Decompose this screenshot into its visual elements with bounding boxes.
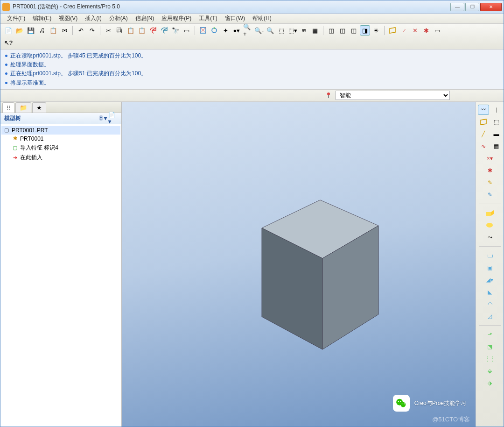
filter-select[interactable]: 智能: [336, 91, 450, 100]
message-text: 处理界面数据。: [10, 60, 49, 69]
enhance-icon[interactable]: ☀: [371, 25, 381, 36]
layers-icon[interactable]: ≋: [299, 25, 309, 36]
redo-icon[interactable]: ↷: [87, 25, 97, 36]
svg-point-10: [398, 401, 399, 402]
rib-icon[interactable]: ◢▾: [484, 275, 496, 285]
pattern-icon[interactable]: ⋮⋮: [484, 354, 496, 364]
axis-icon[interactable]: ⟋: [399, 25, 409, 36]
trim-icon[interactable]: ⬔: [484, 342, 496, 352]
plane-tool-icon[interactable]: [478, 117, 489, 127]
menu-insert[interactable]: 插入(I): [81, 14, 105, 23]
minimize-button[interactable]: —: [450, 3, 464, 11]
graphics-viewport[interactable]: Creo与Proe技能学习 @51CTO博客: [122, 102, 476, 427]
offset-icon[interactable]: ⬚: [491, 117, 502, 127]
revolve-icon[interactable]: [484, 220, 496, 230]
model-tree[interactable]: ▢ PRT0001.PRT ✱ PRT0001 ▢ 导入特征 标识4 ➔ 在此插…: [0, 124, 121, 427]
curve-icon[interactable]: ∿: [478, 141, 489, 151]
saved-view-icon[interactable]: ⬚▾: [287, 25, 298, 36]
grid-icon[interactable]: ▦: [491, 141, 502, 151]
mirror-icon[interactable]: ⟊: [491, 105, 502, 115]
separator: [323, 26, 323, 35]
layer-icon[interactable]: [198, 25, 208, 36]
tab-model-tree[interactable]: ⁝⁝: [2, 102, 14, 113]
menu-analysis[interactable]: 分析(A): [105, 14, 132, 23]
svg-rect-4: [328, 95, 329, 98]
annot-icon[interactable]: ▭: [432, 25, 442, 36]
csys-icon[interactable]: ✱: [421, 25, 431, 36]
point-icon[interactable]: ✕: [410, 25, 420, 36]
titlebar[interactable]: PRT0001 (活动的) - Creo Elements/Pro 5.0 — …: [0, 0, 504, 14]
axis-tool-icon[interactable]: ╱: [478, 129, 489, 139]
style-icon[interactable]: ✎: [484, 190, 496, 200]
undo-icon[interactable]: ↶: [76, 25, 86, 36]
extend-icon[interactable]: ⬏: [484, 329, 496, 340]
wireframe-icon[interactable]: ◫: [326, 25, 336, 36]
chamfer-icon[interactable]: ◿: [484, 311, 496, 321]
shell-icon[interactable]: ▣: [484, 263, 496, 273]
maximize-button[interactable]: ❐: [465, 3, 479, 11]
tree-node[interactable]: ➔ 在此插入: [1, 153, 120, 163]
copy2-icon[interactable]: ⿻: [114, 25, 125, 36]
paste-icon[interactable]: 📋: [126, 25, 136, 36]
sketch-line-icon[interactable]: 〰: [478, 105, 489, 115]
help-icon[interactable]: ↖?: [3, 37, 14, 48]
zoomout-icon[interactable]: 🔍-: [254, 25, 264, 36]
close-button[interactable]: ✕: [480, 3, 502, 11]
orient-icon[interactable]: ⬚: [276, 25, 287, 36]
pin-icon[interactable]: [326, 92, 331, 99]
show-icon[interactable]: 📄▾: [108, 114, 118, 122]
tree-node[interactable]: ▢ 导入特征 标识4: [1, 143, 120, 153]
cube-model[interactable]: [248, 181, 388, 354]
zoomin-icon[interactable]: 🔍+: [243, 25, 253, 36]
csys-tool-icon[interactable]: ✱: [484, 165, 496, 176]
regen2-icon[interactable]: [159, 25, 169, 36]
sweep-icon[interactable]: ⤳: [484, 232, 496, 242]
hidden-icon[interactable]: ◫: [337, 25, 348, 36]
select-icon[interactable]: ▭: [182, 25, 192, 36]
refit-icon[interactable]: 🔍: [265, 25, 275, 36]
mail-icon[interactable]: ✉: [59, 25, 70, 36]
tab-favorites[interactable]: ★: [32, 102, 46, 113]
menu-help[interactable]: 帮助(H): [249, 14, 275, 23]
regen-icon[interactable]: [148, 25, 158, 36]
point-tool-icon[interactable]: ×▾: [484, 153, 496, 164]
settings-icon[interactable]: 🎚▾: [98, 114, 107, 122]
sketch-icon[interactable]: ✎: [484, 178, 496, 188]
thicken-icon[interactable]: ▬: [491, 129, 502, 139]
cut-icon[interactable]: ✂: [103, 25, 113, 36]
menu-window[interactable]: 窗口(W): [221, 14, 249, 23]
menu-edit[interactable]: 编辑(E): [29, 14, 55, 23]
print-icon[interactable]: 🖨: [37, 25, 47, 36]
menu-view[interactable]: 视图(V): [55, 14, 81, 23]
main-toolbar: 📄 📂 💾 🖨 📋 ✉ ↶ ↷ ✂ ⿻ 📋 📋 🔭 ▭ ✦ ●▾ 🔍+ 🔍- 🔍…: [0, 24, 504, 50]
message-text: 正在处理prt0001.stp。 步骤51:已完成的百分比为100。: [10, 69, 147, 78]
new-icon[interactable]: 📄: [3, 25, 14, 36]
round-icon[interactable]: ◠: [484, 299, 496, 309]
center-icon[interactable]: ✦: [220, 25, 231, 36]
paste2-icon[interactable]: 📋: [137, 25, 147, 36]
panel-header: 模型树 🎚▾ 📄▾: [0, 113, 121, 124]
open-icon[interactable]: 📂: [14, 25, 25, 36]
menu-file[interactable]: 文件(F): [3, 14, 29, 23]
tab-folder[interactable]: 📁: [15, 102, 31, 113]
view-mgr-icon[interactable]: ▦: [310, 25, 320, 36]
tree-root[interactable]: ▢ PRT0001.PRT: [1, 126, 120, 135]
plane-icon[interactable]: [387, 25, 398, 36]
boundary-icon[interactable]: ⬗: [484, 378, 496, 388]
tree-label: PRT0001.PRT: [12, 127, 48, 134]
save-icon[interactable]: 💾: [26, 25, 36, 36]
shade-icon[interactable]: ◨: [360, 25, 370, 36]
menu-tools[interactable]: 工具(T): [195, 14, 221, 23]
find-icon[interactable]: 🔭: [170, 25, 181, 36]
hole-icon[interactable]: ⌴: [484, 250, 496, 261]
merge-icon[interactable]: ⬙: [484, 366, 496, 376]
draft-icon[interactable]: ◣: [484, 287, 496, 297]
copy-icon[interactable]: 📋: [48, 25, 58, 36]
menu-app[interactable]: 应用程序(P): [158, 14, 195, 23]
extrude-icon[interactable]: [484, 208, 496, 218]
spin-icon[interactable]: [209, 25, 219, 36]
nohidden-icon[interactable]: ◫: [349, 25, 359, 36]
tree-node[interactable]: ✱ PRT0001: [1, 135, 120, 143]
menu-info[interactable]: 信息(N): [132, 14, 158, 23]
appearance-icon[interactable]: ●▾: [231, 25, 242, 36]
